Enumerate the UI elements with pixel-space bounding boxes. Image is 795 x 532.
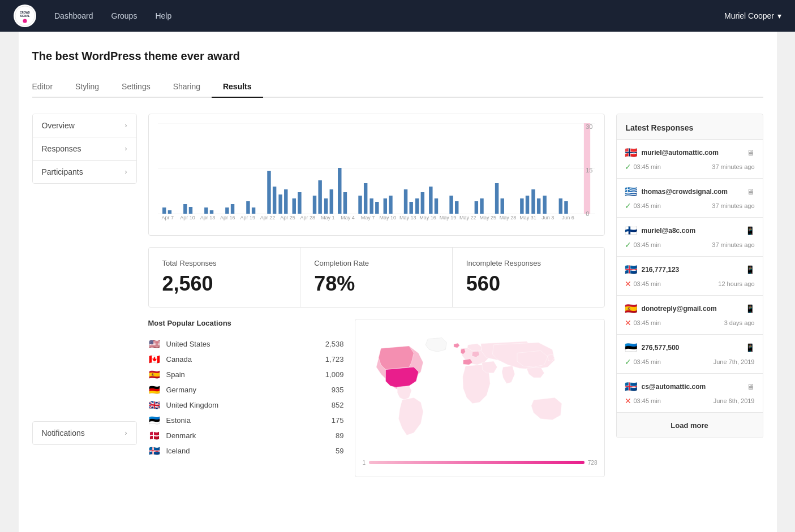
- svg-rect-35: [403, 189, 407, 214]
- nav-dashboard[interactable]: Dashboard: [54, 11, 93, 20]
- svg-rect-47: [520, 198, 523, 214]
- map-scale-max: 728: [588, 460, 598, 466]
- response-header: 🇬🇷 thomas@crowdsignal.com 🖥: [625, 185, 755, 198]
- svg-rect-53: [564, 201, 568, 214]
- tab-styling[interactable]: Styling: [64, 76, 110, 98]
- x-label: Apr 13: [197, 215, 217, 220]
- response-item: 🇮🇸 216,777,123 📱 ✕03:45 min 12 hours ago: [617, 257, 763, 296]
- status-ok-icon: ✓: [625, 240, 631, 249]
- svg-rect-8: [167, 210, 171, 214]
- x-label: Apr 19: [238, 215, 257, 220]
- svg-rect-39: [429, 187, 432, 214]
- x-label: Apr 22: [257, 215, 277, 220]
- user-menu[interactable]: Muriel Cooper ▾: [724, 11, 781, 20]
- svg-rect-22: [298, 192, 301, 214]
- response-status: ✓03:45 min: [625, 201, 661, 210]
- response-status: ✕03:45 min: [625, 318, 661, 327]
- x-label: Apr 25: [278, 215, 298, 220]
- sidebar-item-overview[interactable]: Overview ›: [33, 114, 136, 137]
- location-name: Iceland: [166, 447, 330, 455]
- svg-rect-40: [434, 198, 437, 214]
- sidebar-item-responses[interactable]: Responses ›: [33, 137, 136, 161]
- svg-rect-44: [480, 198, 483, 214]
- location-count: 89: [336, 431, 343, 440]
- tab-settings[interactable]: Settings: [110, 76, 162, 98]
- chart-container: 30 15 0: [148, 114, 605, 236]
- svg-text:SIGNAL: SIGNAL: [20, 15, 29, 18]
- sidebar: Overview › Responses › Participants › No…: [32, 114, 137, 477]
- location-row: 🇮🇸 Iceland 59: [148, 443, 344, 459]
- svg-rect-7: [162, 207, 166, 214]
- locations-panel: Most Popular Locations 🇺🇸 United States …: [148, 319, 344, 477]
- svg-rect-31: [369, 198, 373, 214]
- svg-point-3: [23, 19, 27, 23]
- response-time: 03:45 min: [634, 397, 661, 404]
- logo[interactable]: CROWD SIGNAL: [14, 5, 36, 27]
- response-header: 🇪🇸 donotreply@gmail.com 📱: [625, 302, 755, 315]
- location-row: 🇩🇪 Germany 935: [148, 382, 344, 397]
- response-footer: ✓03:45 min 37 minutes ago: [625, 240, 755, 249]
- tab-bar: Editor Styling Settings Sharing Results: [32, 76, 763, 98]
- map-container: 1 728: [355, 319, 604, 477]
- svg-rect-20: [284, 189, 287, 214]
- response-flag-icon: 🇮🇸: [625, 263, 637, 276]
- location-row: 🇺🇸 United States 2,538: [148, 336, 344, 352]
- user-name: Muriel Cooper: [724, 11, 774, 20]
- svg-rect-14: [230, 204, 234, 214]
- response-status: ✕03:45 min: [625, 396, 661, 405]
- sidebar-item-notifications[interactable]: Notifications ›: [32, 421, 137, 445]
- stat-total-responses: Total Responses 2,560: [149, 248, 301, 307]
- response-ago: 37 minutes ago: [712, 202, 754, 209]
- svg-rect-42: [454, 201, 458, 214]
- svg-rect-41: [449, 196, 453, 214]
- nav-help[interactable]: Help: [155, 11, 171, 20]
- response-ago: June 7th, 2019: [714, 358, 755, 365]
- response-ago: June 6th, 2019: [714, 397, 755, 404]
- world-map-svg: [362, 331, 597, 455]
- bottom-section: Most Popular Locations 🇺🇸 United States …: [148, 319, 605, 477]
- response-footer: ✕03:45 min 12 hours ago: [625, 279, 755, 288]
- sidebar-responses-label: Responses: [42, 144, 81, 153]
- response-item: 🇫🇮 muriel@a8c.com 📱 ✓03:45 min 37 minute…: [617, 218, 763, 257]
- nav-groups[interactable]: Groups: [111, 11, 137, 20]
- response-email: muriel@automattic.com: [642, 149, 742, 157]
- device-icon: 🖥: [747, 187, 755, 196]
- svg-rect-45: [495, 183, 498, 214]
- y-label-30: 30: [586, 123, 592, 130]
- sidebar-item-participants[interactable]: Participants ›: [33, 161, 136, 183]
- response-email: 216,777,123: [642, 266, 741, 274]
- location-name: Estonia: [166, 416, 326, 425]
- response-time: 03:45 min: [634, 163, 661, 170]
- svg-rect-33: [383, 198, 386, 214]
- svg-rect-36: [409, 202, 412, 214]
- map-gradient-bar: [369, 461, 585, 464]
- flag-icon: 🇩🇰: [148, 431, 161, 440]
- svg-rect-19: [278, 194, 282, 214]
- response-flag-icon: 🇮🇸: [625, 380, 637, 393]
- response-status: ✓03:45 min: [625, 162, 661, 171]
- responses-list: 🇳🇴 muriel@automattic.com 🖥 ✓03:45 min 37…: [617, 140, 763, 412]
- svg-rect-26: [329, 189, 333, 214]
- response-header: 🇪🇪 276,577,500 📱: [625, 341, 755, 354]
- response-email: muriel@a8c.com: [642, 227, 741, 235]
- flag-icon: 🇩🇪: [148, 386, 161, 394]
- response-item: 🇪🇸 donotreply@gmail.com 📱 ✕03:45 min 3 d…: [617, 296, 763, 335]
- response-footer: ✓03:45 min June 7th, 2019: [625, 357, 755, 366]
- device-icon: 🖥: [747, 382, 755, 391]
- tab-sharing[interactable]: Sharing: [162, 76, 212, 98]
- load-more-button[interactable]: Load more: [671, 421, 708, 430]
- location-count: 1,723: [325, 355, 344, 364]
- svg-rect-34: [389, 196, 392, 214]
- response-time: 03:45 min: [634, 241, 661, 248]
- response-item: 🇮🇸 cs@automattic.com 🖥 ✕03:45 min June 6…: [617, 374, 763, 412]
- svg-rect-9: [183, 204, 187, 214]
- chevron-down-icon: ▾: [777, 11, 781, 20]
- location-count: 59: [336, 447, 343, 455]
- stat-completion-value: 78%: [314, 272, 439, 296]
- locations-list: 🇺🇸 United States 2,538 🇨🇦 Canada 1,723 🇪…: [148, 336, 344, 459]
- location-row: 🇪🇸 Spain 1,009: [148, 367, 344, 382]
- x-label: May 13: [398, 215, 418, 220]
- x-label: May 1: [318, 215, 338, 220]
- tab-editor[interactable]: Editor: [32, 76, 65, 98]
- tab-results[interactable]: Results: [212, 76, 263, 98]
